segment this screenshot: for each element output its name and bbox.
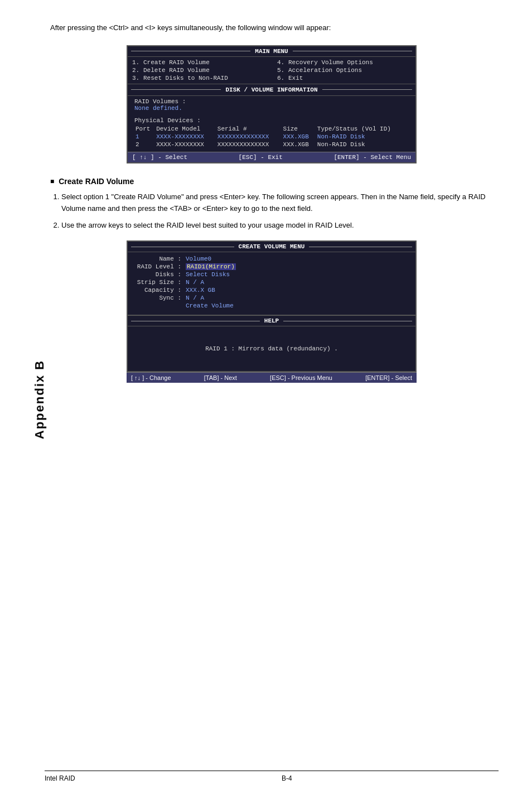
field-create-value: Create Volume bbox=[186, 302, 234, 309]
help-body: RAID 1 : Mirrors data (redundancy) . bbox=[128, 326, 415, 371]
menu-item-6: 6. Exit bbox=[277, 75, 411, 81]
device-size-1: XXX.XGB bbox=[282, 133, 316, 141]
menu-item-4: 4. Recovery Volume Options bbox=[277, 59, 411, 66]
physical-devices-table: Port Device Model Serial # Size Type/Sta… bbox=[134, 125, 409, 148]
col-device-model: Device Model bbox=[155, 125, 216, 133]
menu-num-5: 5. bbox=[277, 67, 286, 74]
menu-item-2: 2. Delete RAID Volume bbox=[132, 67, 266, 74]
create-volume-title: CREATE VOLUME MENU bbox=[235, 243, 308, 250]
device-row-2: 2 XXXX-XXXXXXXX XXXXXXXXXXXXXX XXX.XGB N… bbox=[134, 141, 409, 148]
device-serial-1: XXXXXXXXXXXXXX bbox=[216, 133, 282, 141]
menu-item-5: 5. Acceleration Options bbox=[277, 67, 411, 74]
main-menu-footer: [ ↑↓ ] - Select [ESC] - Exit [ENTER] - S… bbox=[128, 152, 415, 162]
footer-prev-menu: [ESC] - Previous Menu bbox=[270, 374, 332, 381]
field-name-value: Volume0 bbox=[186, 256, 211, 262]
menu-label-6: Exit bbox=[288, 75, 303, 81]
main-menu-box: MAIN MENU 1. Create RAID Volume 4. Recov… bbox=[127, 45, 417, 163]
footer-center: B-4 bbox=[282, 774, 292, 782]
menu-label-2: Delete RAID Volume bbox=[143, 67, 210, 74]
footer-next: [TAB] - Next bbox=[204, 374, 237, 381]
field-capacity-value: XXX.X GB bbox=[186, 287, 215, 293]
intro-text: After pressing the <Ctrl> and <I> keys s… bbox=[50, 22, 499, 34]
field-raid-level-label: RAID Level : bbox=[137, 263, 181, 270]
step-1: Select option 1 "Create RAID Volume" and… bbox=[61, 191, 499, 215]
device-status-2: Non-RAID Disk bbox=[316, 141, 409, 148]
raid-volumes-label: RAID Volumes : bbox=[134, 98, 409, 105]
create-volume-title-bar: CREATE VOLUME MENU bbox=[128, 242, 415, 252]
none-defined: None defined. bbox=[134, 105, 409, 112]
device-row-1: 1 XXXX-XXXXXXXX XXXXXXXXXXXXXX XXX.XGB N… bbox=[134, 133, 409, 141]
field-create-label bbox=[137, 302, 181, 309]
menu-label-1: Create RAID Volume bbox=[143, 59, 210, 66]
volume-fields: Name : Volume0 RAID Level : RAID1(Mirror… bbox=[137, 256, 407, 309]
field-sync-value: N / A bbox=[186, 295, 204, 301]
device-model-2: XXXX-XXXXXXXX bbox=[155, 141, 216, 148]
disk-section-title: DISK / VOLUME INFORMATION bbox=[222, 86, 321, 93]
menu-item-1: 1. Create RAID Volume bbox=[132, 59, 266, 66]
footer-left: Intel RAID bbox=[45, 774, 75, 782]
field-sync-label: Sync : bbox=[137, 295, 181, 301]
step-2: Use the arrow keys to select the RAID le… bbox=[61, 220, 499, 232]
device-status-1: Non-RAID Disk bbox=[316, 133, 409, 141]
field-disks: Disks : Select Disks bbox=[137, 271, 407, 278]
col-port: Port bbox=[134, 125, 155, 133]
create-volume-wrapper: CREATE VOLUME MENU Name : Volume0 RAID L… bbox=[127, 240, 417, 383]
sidebar-label: Appendix B bbox=[32, 360, 47, 439]
menu-items-grid: 1. Create RAID Volume 4. Recovery Volume… bbox=[128, 57, 415, 84]
footer-select: [ENTER] - Select bbox=[365, 374, 412, 381]
menu-label-3: Reset Disks to Non-RAID bbox=[143, 75, 228, 81]
device-port-2: 2 bbox=[134, 141, 155, 148]
device-port-1: 1 bbox=[134, 133, 155, 141]
field-strip-size-label: Strip Size : bbox=[137, 279, 181, 286]
physical-devices-label: Physical Devices : bbox=[134, 117, 409, 124]
bullet-heading: Create RAID Volume bbox=[50, 177, 499, 186]
help-text: RAID 1 : Mirrors data (redundancy) . bbox=[205, 345, 338, 352]
help-box: HELP RAID 1 : Mirrors data (redundancy) … bbox=[127, 316, 417, 372]
device-serial-2: XXXXXXXXXXXXXX bbox=[216, 141, 282, 148]
footer-select-menu: [ENTER] - Select Menu bbox=[333, 154, 411, 161]
help-title-bar: HELP bbox=[128, 316, 415, 326]
raid-volumes-section: RAID Volumes : None defined. bbox=[128, 96, 415, 115]
help-title: HELP bbox=[261, 317, 282, 324]
field-raid-level-value: RAID1(Mirror) bbox=[186, 263, 236, 270]
disk-volume-section-header: DISK / VOLUME INFORMATION bbox=[128, 84, 415, 96]
device-model-1: XXXX-XXXXXXXX bbox=[155, 133, 216, 141]
main-menu-title: MAIN MENU bbox=[252, 48, 291, 55]
footer-select: [ ↑↓ ] - Select bbox=[132, 154, 187, 161]
menu-num-1: 1. bbox=[132, 59, 141, 66]
col-serial: Serial # bbox=[216, 125, 282, 133]
menu-num-4: 4. bbox=[277, 59, 286, 66]
physical-devices-section: Physical Devices : Port Device Model Ser… bbox=[128, 115, 415, 152]
col-type-status: Type/Status (Vol ID) bbox=[316, 125, 409, 133]
field-capacity-label: Capacity : bbox=[137, 287, 181, 293]
create-volume-body: Name : Volume0 RAID Level : RAID1(Mirror… bbox=[128, 252, 415, 315]
menu-label-4: Recovery Volume Options bbox=[288, 59, 373, 66]
col-size: Size bbox=[282, 125, 316, 133]
field-disks-label: Disks : bbox=[137, 271, 181, 278]
bullet-section: Create RAID Volume Select option 1 "Crea… bbox=[50, 177, 499, 232]
footer-exit: [ESC] - Exit bbox=[239, 154, 283, 161]
device-size-2: XXX.XGB bbox=[282, 141, 316, 148]
menu-num-2: 2. bbox=[132, 67, 141, 74]
field-create-volume: Create Volume bbox=[137, 302, 407, 309]
field-name: Name : Volume0 bbox=[137, 256, 407, 262]
create-volume-footer: [ ↑↓ ] - Change [TAB] - Next [ESC] - Pre… bbox=[127, 372, 417, 383]
field-strip-size-value: N / A bbox=[186, 279, 204, 286]
menu-num-6: 6. bbox=[277, 75, 286, 81]
field-disks-value: Select Disks bbox=[186, 271, 230, 278]
field-raid-level: RAID Level : RAID1(Mirror) bbox=[137, 263, 407, 270]
create-volume-box: CREATE VOLUME MENU Name : Volume0 RAID L… bbox=[127, 240, 417, 316]
field-capacity: Capacity : XXX.X GB bbox=[137, 287, 407, 293]
main-menu-title-bar: MAIN MENU bbox=[128, 46, 415, 57]
menu-item-3: 3. Reset Disks to Non-RAID bbox=[132, 75, 266, 81]
numbered-list: Select option 1 "Create RAID Volume" and… bbox=[61, 191, 499, 232]
field-name-label: Name : bbox=[137, 256, 181, 262]
field-strip-size: Strip Size : N / A bbox=[137, 279, 407, 286]
field-sync: Sync : N / A bbox=[137, 295, 407, 301]
footer-change: [ ↑↓ ] - Change bbox=[131, 374, 171, 381]
page-footer: Intel RAID B-4 bbox=[45, 771, 499, 782]
menu-num-3: 3. bbox=[132, 75, 141, 81]
menu-label-5: Acceleration Options bbox=[288, 67, 362, 74]
